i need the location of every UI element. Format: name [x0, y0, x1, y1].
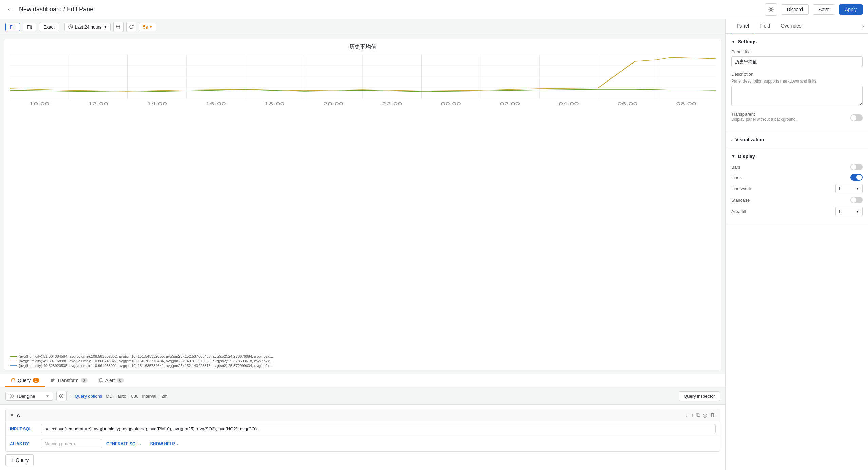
svg-text:10:00: 10:00: [29, 102, 50, 106]
alias-by-label[interactable]: ALIAS BY: [10, 441, 37, 446]
delete-icon[interactable]: 🗑: [710, 412, 716, 418]
transparent-toggle[interactable]: [850, 114, 863, 121]
gear-icon: [768, 7, 774, 12]
discard-button[interactable]: Discard: [781, 4, 809, 15]
svg-text:14:00: 14:00: [147, 102, 167, 106]
right-tab-arrow[interactable]: ›: [862, 23, 864, 29]
datasource-select[interactable]: TDengine ▼: [5, 392, 53, 401]
exact-button[interactable]: Exact: [39, 23, 59, 31]
svg-text:18:00: 18:00: [264, 102, 285, 106]
staircase-toggle[interactable]: [850, 197, 863, 203]
tab-query[interactable]: Query 1: [5, 374, 45, 387]
area-fill-value: 1: [838, 209, 841, 214]
viz-toolbar: Fill Fit Exact Last 24 hours ▼: [0, 19, 725, 35]
query-tabs: Query 1 Transform 0 Alert 0: [0, 374, 725, 387]
tab-transform[interactable]: Transform 0: [45, 374, 93, 387]
hide-icon[interactable]: ◎: [703, 412, 707, 418]
auto-refresh-select[interactable]: 5s ▼: [139, 23, 156, 31]
tab-overrides[interactable]: Overrides: [775, 19, 807, 33]
move-down-icon[interactable]: ↓: [685, 412, 688, 418]
time-range-picker[interactable]: Last 24 hours ▼: [64, 23, 111, 31]
description-textarea[interactable]: [731, 86, 863, 106]
transparent-label: Transparent: [731, 112, 797, 117]
lines-toggle[interactable]: [850, 174, 863, 181]
query-block-header: ▼ A ↓ ↑ ⧉ ◎ 🗑: [6, 409, 720, 421]
legend-text-3: {avg(humidity):49.528920538, avg(volume)…: [19, 364, 273, 368]
line-width-value: 1: [838, 186, 841, 191]
legend-item: {avg(humidity):49.307168988, avg(volume)…: [10, 359, 716, 363]
svg-text:22:00: 22:00: [382, 102, 402, 106]
area-fill-row: Area fill 1 ▼: [731, 207, 863, 216]
right-panel-tabs: Panel Field Overrides ›: [726, 19, 868, 34]
panel-title-group: Panel title: [731, 49, 863, 67]
description-hint: Panel description supports markdown and …: [731, 79, 863, 84]
svg-text:08:00: 08:00: [676, 102, 697, 106]
description-label: Description: [731, 72, 863, 77]
alias-input[interactable]: [41, 439, 102, 448]
bars-label: Bars: [731, 165, 850, 170]
tab-transform-label: Transform: [57, 378, 78, 383]
zoom-out-button[interactable]: [113, 22, 124, 32]
transparent-toggle-row: Transparent Display panel without a back…: [731, 112, 863, 124]
visualization-section: › Visualization: [726, 131, 868, 148]
settings-icon-button[interactable]: [765, 3, 777, 16]
refresh-interval-label: 5s: [143, 24, 148, 30]
svg-text:12:00: 12:00: [88, 102, 108, 106]
display-section-header[interactable]: ▼ Display: [731, 153, 863, 159]
tab-alert[interactable]: Alert 0: [93, 374, 129, 387]
tab-panel[interactable]: Panel: [731, 19, 754, 33]
fill-button[interactable]: Fill: [5, 23, 20, 31]
panel-title-input[interactable]: [731, 56, 863, 67]
refresh-button[interactable]: [126, 22, 136, 32]
bars-toggle[interactable]: [850, 164, 863, 170]
datasource-info-button[interactable]: [56, 391, 67, 401]
query-block-actions: ↓ ↑ ⧉ ◎ 🗑: [685, 412, 716, 418]
panel-title-label: Panel title: [731, 49, 863, 54]
tab-alert-label: Alert: [105, 378, 115, 383]
legend-item: {avg(humidity):51.004084584, avg(volume)…: [10, 354, 716, 358]
description-group: Description Panel description supports m…: [731, 72, 863, 107]
chevron-down-icon: ▼: [731, 39, 735, 44]
line-width-label: Line width: [731, 186, 835, 191]
show-help-button[interactable]: SHOW HELP→: [150, 441, 179, 446]
generate-sql-button[interactable]: GENERATE SQL→: [106, 441, 142, 446]
settings-section-header[interactable]: ▼ Settings: [731, 39, 863, 44]
chevron-down-icon: ▼: [856, 187, 860, 191]
area-fill-select[interactable]: 1 ▼: [835, 207, 863, 216]
chevron-down-icon: ▼: [856, 210, 860, 213]
tab-field[interactable]: Field: [754, 19, 775, 33]
back-button[interactable]: ←: [5, 4, 15, 15]
copy-icon[interactable]: ⧉: [696, 412, 700, 418]
apply-button[interactable]: Apply: [839, 4, 863, 15]
line-width-select[interactable]: 1 ▼: [835, 184, 863, 193]
chevron-down-icon: ▼: [103, 25, 107, 29]
legend-text-1: {avg(humidity):51.004084584, avg(volume)…: [19, 354, 273, 358]
collapse-icon[interactable]: ▼: [10, 413, 14, 418]
datasource-icon: [9, 394, 14, 398]
plus-icon: +: [11, 457, 14, 463]
visualization-label: Visualization: [735, 137, 764, 142]
clock-icon: [68, 24, 73, 29]
chart-legend: {avg(humidity):51.004084584, avg(volume)…: [4, 353, 721, 370]
query-inspector-button[interactable]: Query inspector: [679, 391, 720, 401]
tab-query-label: Query: [18, 378, 31, 383]
zoom-out-icon: [116, 24, 121, 29]
visualization-header[interactable]: › Visualization: [731, 137, 863, 142]
sql-input[interactable]: [41, 424, 716, 433]
query-options-toggle[interactable]: Query options: [75, 394, 102, 399]
refresh-icon: [129, 24, 134, 29]
display-section: ▼ Display Bars Lines Line width 1 ▼ Stai…: [726, 148, 868, 225]
chevron-down-icon: ▼: [149, 25, 153, 29]
add-query-button[interactable]: + Query: [5, 454, 34, 466]
left-panel: Fill Fit Exact Last 24 hours ▼: [0, 19, 725, 470]
fit-button[interactable]: Fit: [23, 23, 36, 31]
save-button[interactable]: Save: [813, 4, 835, 15]
lines-row: Lines: [731, 174, 863, 181]
query-block-a: ▼ A ↓ ↑ ⧉ ◎ 🗑 INPUT SQL ALIAS BY: [5, 409, 720, 452]
svg-text:16:00: 16:00: [206, 102, 226, 106]
query-config-bar: TDengine ▼ › Query options MD = auto = 8…: [0, 387, 725, 405]
svg-text:00:00: 00:00: [441, 102, 461, 106]
database-icon: [11, 378, 16, 383]
input-sql-label[interactable]: INPUT SQL: [10, 427, 37, 431]
move-up-icon[interactable]: ↑: [691, 412, 694, 418]
